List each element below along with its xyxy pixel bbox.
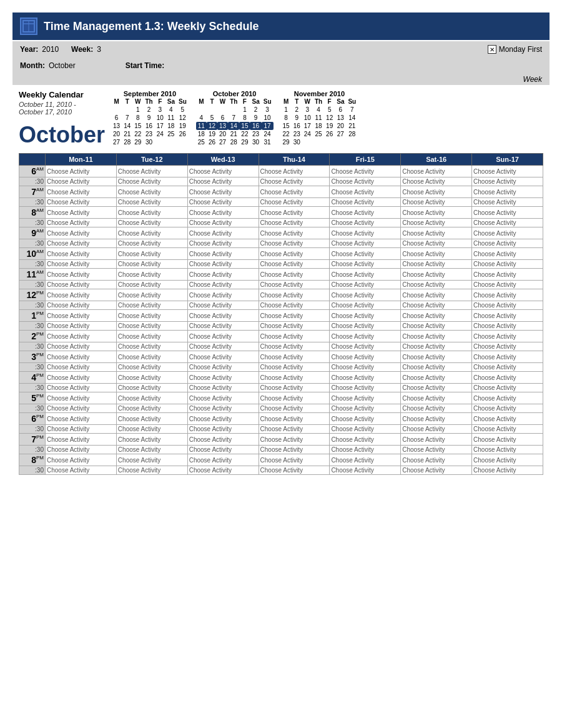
activity-cell[interactable]: Choose Activity: [46, 207, 117, 219]
activity-cell[interactable]: Choose Activity: [330, 281, 401, 289]
calendar-day[interactable]: 23: [292, 130, 302, 138]
activity-cell[interactable]: Choose Activity: [46, 198, 117, 207]
calendar-day[interactable]: 2: [292, 106, 302, 114]
activity-cell[interactable]: Choose Activity: [401, 446, 472, 454]
activity-cell[interactable]: Choose Activity: [330, 219, 401, 227]
activity-cell[interactable]: Choose Activity: [116, 392, 187, 404]
activity-cell[interactable]: Choose Activity: [401, 166, 472, 177]
calendar-day[interactable]: 21: [346, 122, 358, 130]
activity-cell[interactable]: Choose Activity: [401, 384, 472, 392]
calendar-day[interactable]: 11: [196, 122, 207, 130]
calendar-day[interactable]: 3: [302, 106, 313, 114]
activity-cell[interactable]: Choose Activity: [330, 454, 401, 466]
activity-cell[interactable]: Choose Activity: [116, 413, 187, 425]
activity-cell[interactable]: Choose Activity: [46, 248, 117, 260]
calendar-day[interactable]: 26: [207, 138, 217, 146]
activity-cell[interactable]: Choose Activity: [187, 207, 259, 219]
activity-cell[interactable]: Choose Activity: [116, 198, 187, 207]
activity-cell[interactable]: Choose Activity: [330, 207, 401, 219]
activity-cell[interactable]: Choose Activity: [46, 413, 117, 425]
calendar-day[interactable]: 15: [281, 122, 292, 130]
activity-cell[interactable]: Choose Activity: [401, 310, 472, 322]
activity-cell[interactable]: Choose Activity: [401, 413, 472, 425]
monday-first-checkbox[interactable]: ✕: [488, 45, 496, 54]
activity-cell[interactable]: Choose Activity: [259, 384, 330, 392]
activity-cell[interactable]: Choose Activity: [116, 260, 187, 269]
activity-cell[interactable]: Choose Activity: [330, 248, 401, 260]
calendar-day[interactable]: 5: [177, 106, 189, 114]
calendar-day[interactable]: 23: [143, 130, 154, 138]
activity-cell[interactable]: Choose Activity: [401, 198, 472, 207]
activity-cell[interactable]: Choose Activity: [46, 186, 117, 198]
activity-cell[interactable]: Choose Activity: [46, 446, 117, 454]
activity-cell[interactable]: Choose Activity: [472, 227, 543, 239]
calendar-day[interactable]: 24: [302, 130, 313, 138]
activity-cell[interactable]: Choose Activity: [330, 227, 401, 239]
activity-cell[interactable]: Choose Activity: [472, 322, 543, 331]
activity-cell[interactable]: Choose Activity: [330, 198, 401, 207]
calendar-day[interactable]: 11: [165, 114, 177, 122]
activity-cell[interactable]: Choose Activity: [401, 425, 472, 434]
calendar-day[interactable]: 13: [335, 114, 346, 122]
activity-cell[interactable]: Choose Activity: [187, 186, 259, 198]
activity-cell[interactable]: Choose Activity: [259, 392, 330, 404]
activity-cell[interactable]: Choose Activity: [187, 227, 259, 239]
activity-cell[interactable]: Choose Activity: [259, 177, 330, 186]
activity-cell[interactable]: Choose Activity: [46, 239, 117, 248]
calendar-day[interactable]: [335, 138, 346, 146]
activity-cell[interactable]: Choose Activity: [259, 239, 330, 248]
activity-cell[interactable]: Choose Activity: [259, 186, 330, 198]
activity-cell[interactable]: Choose Activity: [401, 372, 472, 384]
activity-cell[interactable]: Choose Activity: [46, 392, 117, 404]
calendar-day[interactable]: 25: [196, 138, 207, 146]
calendar-day[interactable]: 1: [281, 106, 292, 114]
activity-cell[interactable]: Choose Activity: [46, 454, 117, 466]
activity-cell[interactable]: Choose Activity: [330, 446, 401, 454]
activity-cell[interactable]: Choose Activity: [116, 363, 187, 372]
activity-cell[interactable]: Choose Activity: [187, 248, 259, 260]
calendar-day[interactable]: 5: [324, 106, 335, 114]
calendar-day[interactable]: 24: [262, 130, 274, 138]
calendar-day[interactable]: 25: [165, 130, 177, 138]
activity-cell[interactable]: Choose Activity: [116, 310, 187, 322]
activity-cell[interactable]: Choose Activity: [330, 351, 401, 363]
activity-cell[interactable]: Choose Activity: [259, 166, 330, 177]
activity-cell[interactable]: Choose Activity: [46, 289, 117, 301]
activity-cell[interactable]: Choose Activity: [116, 322, 187, 331]
activity-cell[interactable]: Choose Activity: [472, 207, 543, 219]
activity-cell[interactable]: Choose Activity: [472, 289, 543, 301]
activity-cell[interactable]: Choose Activity: [401, 301, 472, 310]
calendar-day[interactable]: 25: [313, 130, 324, 138]
calendar-day[interactable]: 2: [143, 106, 154, 114]
activity-cell[interactable]: Choose Activity: [472, 351, 543, 363]
calendar-day[interactable]: [196, 106, 207, 114]
activity-cell[interactable]: Choose Activity: [330, 363, 401, 372]
activity-cell[interactable]: Choose Activity: [330, 322, 401, 331]
calendar-day[interactable]: [228, 106, 239, 114]
calendar-day[interactable]: 13: [217, 122, 228, 130]
activity-cell[interactable]: Choose Activity: [259, 301, 330, 310]
activity-cell[interactable]: Choose Activity: [46, 331, 117, 342]
activity-cell[interactable]: Choose Activity: [259, 446, 330, 454]
activity-cell[interactable]: Choose Activity: [46, 260, 117, 269]
calendar-day[interactable]: 12: [177, 114, 189, 122]
activity-cell[interactable]: Choose Activity: [401, 227, 472, 239]
activity-cell[interactable]: Choose Activity: [472, 413, 543, 425]
activity-cell[interactable]: Choose Activity: [259, 269, 330, 281]
calendar-day[interactable]: 19: [324, 122, 335, 130]
activity-cell[interactable]: Choose Activity: [116, 466, 187, 475]
calendar-day[interactable]: 27: [335, 130, 346, 138]
calendar-day[interactable]: 21: [228, 130, 239, 138]
calendar-day[interactable]: 22: [239, 130, 250, 138]
activity-cell[interactable]: Choose Activity: [259, 425, 330, 434]
activity-cell[interactable]: Choose Activity: [472, 219, 543, 227]
calendar-day[interactable]: 29: [239, 138, 250, 146]
calendar-day[interactable]: 6: [217, 114, 228, 122]
activity-cell[interactable]: Choose Activity: [259, 331, 330, 342]
activity-cell[interactable]: Choose Activity: [259, 434, 330, 446]
activity-cell[interactable]: Choose Activity: [259, 372, 330, 384]
calendar-day[interactable]: 18: [196, 130, 207, 138]
activity-cell[interactable]: Choose Activity: [472, 446, 543, 454]
calendar-day[interactable]: 7: [228, 114, 239, 122]
activity-cell[interactable]: Choose Activity: [401, 351, 472, 363]
